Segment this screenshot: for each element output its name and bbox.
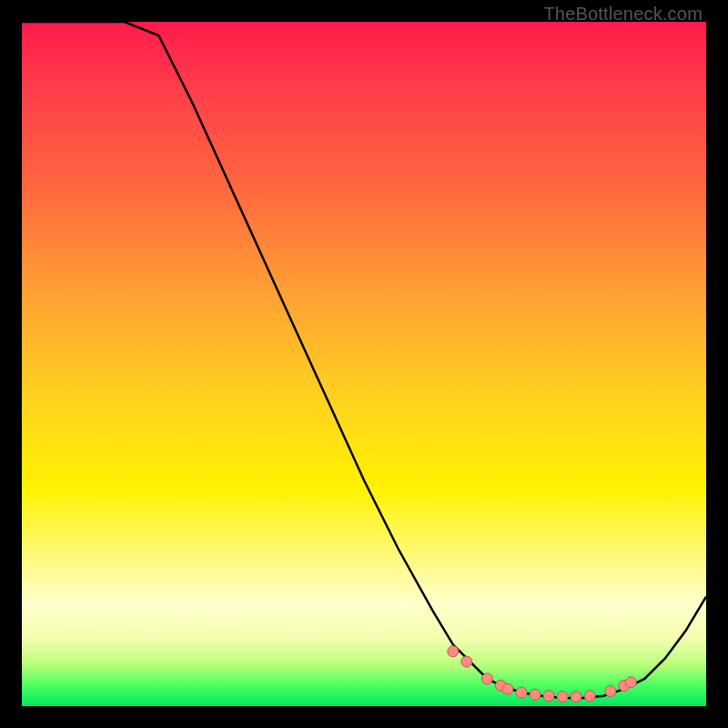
highlight-marker xyxy=(530,689,541,700)
highlight-marker xyxy=(461,656,472,667)
highlight-marker xyxy=(502,683,513,694)
highlight-marker xyxy=(571,692,581,703)
chart-frame: TheBottleneck.com xyxy=(0,0,728,728)
marker-group xyxy=(448,646,637,703)
highlight-marker xyxy=(448,646,459,657)
bottleneck-curve xyxy=(22,22,706,698)
highlight-marker xyxy=(543,691,554,702)
highlight-marker xyxy=(584,691,595,702)
chart-plot-area xyxy=(22,22,706,706)
highlight-marker xyxy=(605,686,616,697)
highlight-marker xyxy=(557,692,568,703)
highlight-marker xyxy=(625,677,636,688)
chart-svg xyxy=(22,22,706,706)
watermark-text: TheBottleneck.com xyxy=(543,4,703,25)
highlight-marker xyxy=(516,687,527,698)
highlight-marker xyxy=(481,673,492,684)
